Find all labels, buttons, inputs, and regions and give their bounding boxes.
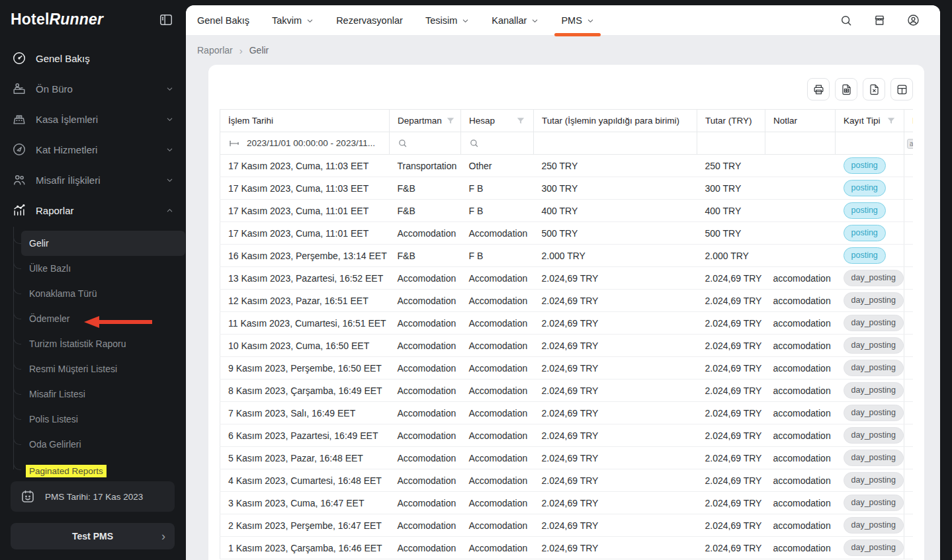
sidebar-collapse-icon[interactable] (159, 13, 173, 27)
cell-tutar-try: 250 TRY (697, 155, 765, 177)
test-pms-button[interactable]: Test PMS › (11, 523, 175, 549)
cell-hesap: Accomodation (461, 222, 534, 245)
cell-notlar: accomodation (765, 537, 836, 559)
guests-icon (12, 173, 26, 187)
cell-hesap: Accomodation (461, 335, 534, 357)
export-file-grid-button[interactable] (835, 78, 857, 100)
table-row: 17 Kasım 2023, Cuma, 11:01 EETF&BF B400 … (220, 200, 914, 222)
cell-tutar-para-birimi: 2.024,69 TRY (534, 402, 697, 424)
marketplace-icon[interactable] (873, 13, 887, 27)
sidebar-subitem-hidden[interactable] (21, 457, 185, 482)
sidebar-subitem-oda-gelirleri[interactable]: Oda Gelirleri (21, 432, 185, 457)
export-file-excel-button[interactable] (863, 78, 885, 100)
sidebar-header: HotelRunner (0, 0, 185, 34)
cell-hesap: Accomodation (461, 402, 534, 424)
record-type-badge: day_posting (844, 405, 904, 420)
column-header-hesap[interactable]: Hesap (461, 110, 534, 132)
sidebar-subitem-konaklama-t-r-[interactable]: Konaklama Türü (21, 281, 185, 306)
table-filter-row: 2023/11/01 00:00:00 - 2023/11...a (220, 132, 914, 155)
cell-r (904, 267, 914, 290)
r-column-filter[interactable]: a (904, 132, 914, 155)
sidebar-item-misafir-i-li-kileri[interactable]: Misafir İlişkileri (0, 165, 185, 195)
sidebar-subitem-resmi-m-teri-listesi[interactable]: Resmi Müşteri Listesi (21, 356, 185, 381)
pms-date-card[interactable]: PMS Tarihi: 17 Kas 2023 (11, 481, 175, 512)
sidebar-item-kat-hizmetleri[interactable]: Kat Hizmetleri (0, 134, 185, 165)
chevron-down-icon (166, 146, 173, 153)
record-type-badge: day_posting (844, 540, 904, 555)
column-filter-empty[interactable] (697, 132, 765, 155)
search-icon[interactable] (840, 14, 853, 27)
column-header-i-lem-tarihi[interactable]: İşlem Tarihi (220, 110, 390, 132)
sidebar-item-genel-bak-[interactable]: Genel Bakış (0, 43, 185, 73)
table-row: 13 Kasım 2023, Pazartesi, 16:52 EETAccom… (220, 267, 914, 290)
chevron-down-icon (306, 17, 314, 24)
departman-search-filter[interactable] (390, 132, 461, 155)
cell-tutar-try: 2.024,69 TRY (697, 424, 765, 447)
content-panel: Genel BakışTakvimRezervasyonlarTesisimKa… (186, 5, 940, 560)
cell-tutar-para-birimi: 2.024,69 TRY (534, 357, 697, 380)
sidebar-subitem-polis-listesi[interactable]: Polis Listesi (21, 407, 185, 432)
tab-kanallar[interactable]: Kanallar (492, 5, 539, 35)
tab-genel-bak-[interactable]: Genel Bakış (197, 5, 249, 35)
filter-funnel-icon[interactable] (887, 116, 896, 126)
column-header-notlar[interactable]: Notlar (765, 110, 836, 132)
cell-islem-tarihi: 6 Kasım 2023, Pazartesi, 16:49 EET (220, 424, 390, 447)
table-row: 11 Kasım 2023, Cumartesi, 16:51 EETAccom… (220, 312, 914, 335)
table-columns-icon (896, 83, 908, 96)
sidebar-item--n-b-ro[interactable]: Ön Büro (0, 73, 185, 104)
column-filter-empty[interactable] (534, 132, 697, 155)
cell-notlar: accomodation (765, 312, 836, 335)
sidebar-subitem-turizm-i-statistik-raporu[interactable]: Turizm İstatistik Raporu (21, 331, 185, 356)
cell-tutar-para-birimi: 400 TRY (534, 200, 697, 222)
filter-funnel-icon[interactable] (446, 116, 455, 126)
sidebar-subitem-misafir-listesi[interactable]: Misafir Listesi (21, 381, 185, 407)
column-header-departman[interactable]: Departman (390, 110, 461, 132)
main-area: Genel BakışTakvimRezervasyonlarTesisimKa… (185, 0, 952, 560)
date-range-icon (228, 139, 240, 148)
cell-r (904, 469, 914, 492)
tab-tesisim[interactable]: Tesisim (425, 5, 469, 35)
cell-kayit-tipi: day_posting (836, 469, 904, 492)
cell-notlar (765, 222, 836, 245)
record-type-badge: posting (844, 180, 886, 196)
filter-funnel-icon[interactable] (516, 116, 525, 126)
tab-takvim[interactable]: Takvim (272, 5, 314, 35)
table-row: 1 Kasım 2023, Çarşamba, 16:46 EETAccomod… (220, 537, 914, 559)
cell-hesap: Accomodation (461, 492, 534, 514)
cell-tutar-try: 2.024,69 TRY (697, 447, 765, 469)
table-columns-button[interactable] (890, 78, 913, 100)
column-header-r[interactable]: R (904, 110, 914, 132)
cell-notlar (765, 177, 836, 200)
sidebar-subitem-gelir[interactable]: Gelir (21, 231, 185, 256)
column-filter-empty[interactable] (836, 132, 904, 155)
tab-rezervasyonlar[interactable]: Rezervasyonlar (336, 5, 403, 35)
cell-kayit-tipi: day_posting (836, 424, 904, 447)
account-icon[interactable] (906, 13, 920, 27)
cell-hesap: Accomodation (461, 380, 534, 402)
sidebar-item-raporlar[interactable]: Raporlar (0, 195, 185, 225)
cell-notlar: accomodation (765, 335, 836, 357)
column-header-tutar-i-lemin-yap-ld-para-birimi-[interactable]: Tutar (İşlemin yapıldığı para birimi) (534, 110, 697, 132)
column-header-kay-t-tipi[interactable]: Kayıt Tipi (836, 110, 904, 132)
sidebar-item-kasa-i-lemleri[interactable]: Kasa İşlemleri (0, 104, 185, 134)
cell-tutar-para-birimi: 2.024,69 TRY (534, 312, 697, 335)
cell-islem-tarihi: 13 Kasım 2023, Pazartesi, 16:52 EET (220, 267, 390, 290)
report-table-container: İşlem TarihiDepartmanHesapTutar (İşlemin… (220, 109, 913, 559)
sidebar-subitem--demeler[interactable]: Ödemeler (21, 306, 185, 331)
sidebar-subitem--lke-bazl-[interactable]: Ülke Bazlı (21, 256, 185, 281)
tab-pms[interactable]: PMS (561, 5, 593, 35)
cell-kayit-tipi: posting (836, 245, 904, 267)
printer-button[interactable] (807, 78, 830, 100)
front-desk-icon (12, 81, 26, 96)
hotelrunner-logo[interactable]: HotelRunner (11, 11, 103, 28)
breadcrumb-parent[interactable]: Raporlar (197, 45, 233, 56)
cell-departman: Accomodation (390, 312, 461, 335)
column-filter-empty[interactable] (765, 132, 836, 155)
column-header-tutar-try-[interactable]: Tutar (TRY) (697, 110, 765, 132)
cell-tutar-try: 2.024,69 TRY (697, 290, 765, 312)
page-content: İşlem TarihiDepartmanHesapTutar (İşlemin… (186, 65, 940, 560)
date-range-filter[interactable]: 2023/11/01 00:00:00 - 2023/11... (220, 132, 390, 155)
column-label: Departman (398, 116, 442, 126)
hesap-search-filter[interactable] (461, 132, 534, 155)
calendar-smile-icon (20, 489, 36, 504)
